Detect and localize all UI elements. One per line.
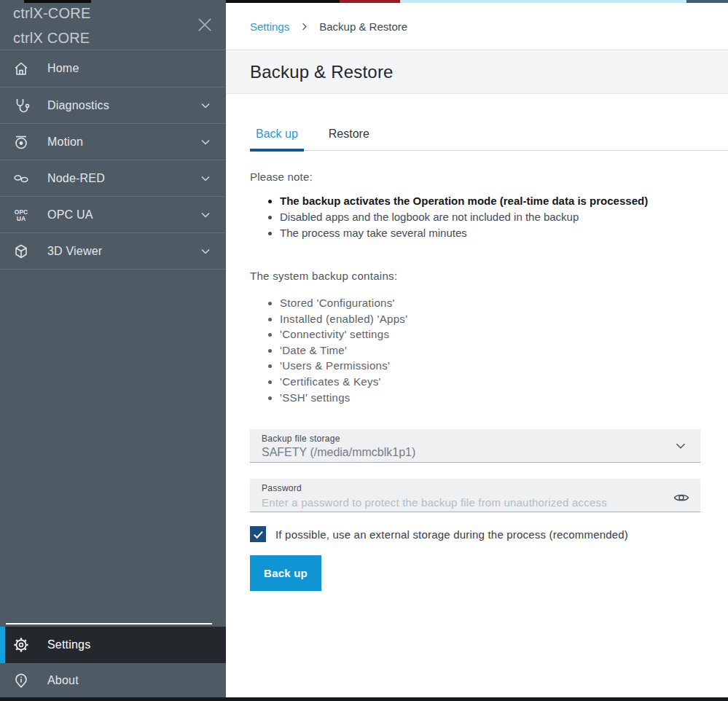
external-storage-option: If possible, use an external storage dur… (250, 526, 700, 542)
sidebar-item-label: About (47, 674, 79, 687)
page-header: Backup & Restore (226, 50, 728, 94)
chain-link-icon (12, 170, 30, 187)
note-item: Disabled apps and the logbook are not in… (280, 209, 700, 225)
sidebar-item-label: Home (47, 62, 79, 75)
tab-bar: Back up Restore (250, 123, 728, 151)
contains-list: Stored 'Configurations' Installed (enabl… (250, 295, 700, 405)
main-area: Settings Backup & Restore Backup & Resto… (226, 0, 728, 697)
window-bottom-bar (0, 697, 728, 701)
sidebar-item-label: 3D Viewer (47, 245, 102, 258)
password-input[interactable] (262, 496, 664, 509)
gear-icon (12, 636, 30, 654)
info-pin-icon (12, 672, 30, 689)
backup-storage-select[interactable]: Backup file storage SAFETY (/media/mmcbl… (250, 429, 700, 463)
breadcrumb: Settings Backup & Restore (226, 3, 728, 50)
sidebar-item-label: Diagnostics (47, 99, 109, 112)
stripe-segment-cyan (400, 0, 686, 3)
breadcrumb-current: Backup & Restore (319, 20, 407, 33)
chevron-down-icon (198, 208, 213, 225)
breadcrumb-link-settings[interactable]: Settings (250, 20, 289, 33)
stripe-segment-red (340, 0, 400, 3)
note-item: The process may take several minutes (280, 225, 700, 241)
backup-storage-value: SAFETY (/media/mmcblk1p1) (262, 446, 664, 459)
sidebar-item-diagnostics[interactable]: Diagnostics (0, 87, 226, 123)
sidebar-spacer (0, 270, 226, 623)
contains-item: 'Date & Time' (280, 342, 700, 359)
motion-axis-icon (12, 133, 30, 151)
note-item: The backup activates the Operation mode … (280, 193, 700, 209)
contains-item: 'Connectivity' settings (280, 326, 700, 342)
app-window: ctrlX-CORE ctrlX CORE Home (0, 0, 728, 701)
chevron-down-icon (198, 135, 213, 152)
external-storage-checkbox[interactable] (250, 526, 266, 542)
stripe-segment-steel (686, 0, 728, 3)
note-heading: Please note: (250, 171, 700, 183)
sidebar-item-label: Node-RED (47, 172, 105, 185)
note-list: The backup activates the Operation mode … (250, 193, 700, 241)
sidebar-item-node-red[interactable]: Node-RED (0, 160, 226, 196)
contains-item: Installed (enabled) 'Apps' (280, 311, 700, 327)
password-label: Password (262, 483, 664, 493)
chevron-down-icon (198, 244, 213, 262)
sidebar: ctrlX-CORE ctrlX CORE Home (0, 0, 226, 697)
checkmark-icon (252, 528, 265, 541)
active-item-accent (0, 627, 5, 663)
brand-stripe (226, 0, 728, 3)
contains-item: 'SSH' settings (280, 390, 700, 406)
sidebar-item-label: Settings (47, 638, 90, 651)
cube-icon (12, 243, 30, 260)
eye-icon[interactable] (673, 489, 690, 509)
stethoscope-icon (12, 97, 30, 114)
contains-item: 'Certificates & Keys' (280, 374, 700, 390)
window-top-accent (24, 0, 91, 3)
sidebar-item-label: OPC UA (47, 208, 93, 222)
contains-heading: The system backup contains: (250, 270, 700, 282)
home-icon (12, 60, 30, 77)
external-storage-label: If possible, use an external storage dur… (275, 528, 628, 541)
password-field: Password (250, 479, 700, 512)
backup-storage-label: Backup file storage (262, 434, 664, 444)
sidebar-item-settings[interactable]: Settings (0, 627, 226, 663)
sidebar-nav: Home Diagnostics (0, 50, 226, 270)
chevron-down-icon (198, 171, 213, 189)
sidebar-item-motion[interactable]: Motion (0, 123, 226, 160)
sidebar-item-about[interactable]: About (0, 663, 226, 697)
sidebar-item-opc-ua[interactable]: OPC UA OPC UA (0, 196, 226, 232)
back-up-button[interactable]: Back up (250, 555, 321, 591)
page-content: Back up Restore Please note: The backup … (226, 94, 728, 591)
tab-restore[interactable]: Restore (323, 123, 375, 150)
sidebar-item-3d-viewer[interactable]: 3D Viewer (0, 232, 226, 269)
sidebar-item-home[interactable]: Home (0, 50, 226, 87)
sidebar-item-label: Motion (47, 136, 83, 149)
opc-ua-icon: OPC UA (12, 206, 30, 224)
page-title: Backup & Restore (250, 62, 394, 82)
tab-back-up[interactable]: Back up (250, 123, 304, 150)
stripe-segment-black (226, 0, 340, 3)
sidebar-header: ctrlX-CORE ctrlX CORE (0, 0, 226, 50)
contains-item: Stored 'Configurations' (280, 295, 700, 311)
chevron-down-icon[interactable] (673, 438, 689, 457)
sidebar-divider (6, 623, 212, 624)
contains-item: 'Users & Permissions' (280, 358, 700, 374)
chevron-right-icon (299, 21, 310, 32)
chevron-down-icon (198, 98, 213, 116)
svg-text:UA: UA (17, 215, 26, 222)
close-icon[interactable] (193, 13, 216, 36)
